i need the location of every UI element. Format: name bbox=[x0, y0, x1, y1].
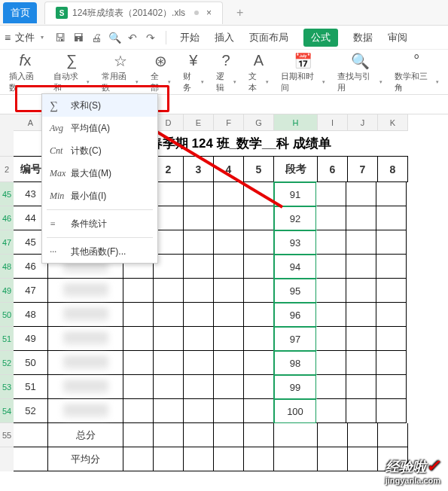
hamburger-icon[interactable]: ≡ bbox=[5, 32, 11, 44]
cell[interactable] bbox=[48, 351, 123, 375]
finance-button[interactable]: ¥ 财务▾ bbox=[177, 51, 209, 93]
row-header[interactable]: 52 bbox=[0, 351, 14, 375]
cell[interactable] bbox=[48, 399, 123, 423]
row-header[interactable]: 54 bbox=[0, 399, 14, 423]
cell[interactable] bbox=[346, 351, 376, 375]
close-icon[interactable]: × bbox=[206, 8, 212, 18]
cell[interactable] bbox=[48, 327, 123, 351]
row-header[interactable]: 2 bbox=[0, 157, 14, 182]
cell[interactable] bbox=[316, 303, 346, 327]
header-cell[interactable]: 7 bbox=[348, 157, 378, 182]
all-functions-button[interactable]: ⊛ 全部▾ bbox=[145, 51, 177, 93]
cell[interactable]: 92 bbox=[273, 206, 317, 231]
cell[interactable] bbox=[123, 279, 154, 303]
cell[interactable] bbox=[154, 230, 184, 255]
cell[interactable] bbox=[376, 279, 407, 303]
cell[interactable] bbox=[154, 182, 184, 206]
menu-other[interactable]: ···其他函数(F)... bbox=[42, 240, 157, 263]
cell[interactable] bbox=[154, 399, 184, 423]
cell[interactable] bbox=[184, 206, 214, 230]
cell[interactable] bbox=[214, 230, 244, 255]
column-header[interactable]: H bbox=[274, 114, 318, 131]
menu-insert[interactable]: 插入 bbox=[215, 31, 234, 44]
cell[interactable] bbox=[154, 327, 184, 351]
cell[interactable] bbox=[154, 255, 184, 279]
column-header[interactable]: K bbox=[378, 114, 408, 131]
cell[interactable] bbox=[346, 279, 376, 303]
common-functions-button[interactable]: ☆ 常用函数▾ bbox=[96, 51, 145, 93]
menu-conditional[interactable]: ≡条件统计 bbox=[42, 212, 157, 235]
cell[interactable] bbox=[316, 327, 346, 351]
cell[interactable] bbox=[154, 206, 184, 230]
cell[interactable] bbox=[376, 351, 407, 375]
cell[interactable] bbox=[123, 327, 154, 351]
cell[interactable] bbox=[244, 255, 274, 279]
header-cell[interactable]: 5 bbox=[244, 157, 274, 182]
cell[interactable] bbox=[346, 399, 376, 423]
cell[interactable] bbox=[244, 351, 274, 375]
menu-review[interactable]: 审阅 bbox=[388, 31, 407, 44]
cell[interactable] bbox=[48, 375, 123, 399]
cell[interactable] bbox=[154, 375, 184, 399]
cell[interactable] bbox=[346, 230, 376, 255]
column-header[interactable]: G bbox=[244, 114, 274, 131]
cell[interactable] bbox=[184, 303, 214, 327]
cell[interactable]: 52 bbox=[14, 399, 48, 423]
header-cell[interactable]: 4 bbox=[214, 157, 244, 182]
cell[interactable] bbox=[184, 279, 214, 303]
tab-file[interactable]: S 124班成绩表（201402）.xls × bbox=[44, 2, 223, 24]
cell[interactable] bbox=[244, 230, 274, 255]
cell[interactable] bbox=[376, 375, 407, 399]
cell[interactable] bbox=[123, 351, 154, 375]
menu-avg[interactable]: Avg平均值(A) bbox=[42, 117, 157, 139]
cell[interactable] bbox=[376, 206, 407, 230]
cell[interactable] bbox=[214, 399, 244, 423]
menu-count[interactable]: Cnt计数(C) bbox=[42, 139, 157, 162]
cell[interactable]: 49 bbox=[14, 327, 48, 351]
cell[interactable] bbox=[316, 375, 346, 399]
cell[interactable]: 94 bbox=[273, 254, 317, 279]
datetime-button[interactable]: 📅 日期和时间▾ bbox=[275, 51, 331, 93]
lookup-button[interactable]: 🔍 查找与引用▾ bbox=[331, 51, 388, 93]
cell[interactable] bbox=[316, 351, 346, 375]
math-button[interactable]: ° 数学和三角▾ bbox=[389, 51, 445, 93]
column-header[interactable]: J bbox=[348, 114, 378, 131]
row-header[interactable]: 50 bbox=[0, 303, 14, 327]
cell[interactable] bbox=[316, 206, 346, 230]
row-header[interactable]: 45 bbox=[0, 182, 14, 206]
cell[interactable] bbox=[346, 206, 376, 230]
row-header[interactable]: 46 bbox=[0, 206, 14, 230]
cell[interactable] bbox=[244, 375, 274, 399]
cell[interactable] bbox=[316, 399, 346, 423]
cell[interactable] bbox=[123, 303, 154, 327]
cell[interactable] bbox=[214, 279, 244, 303]
cell[interactable] bbox=[214, 182, 244, 206]
column-header[interactable]: F bbox=[214, 114, 244, 131]
row-header[interactable]: 48 bbox=[0, 255, 14, 279]
new-tab-button[interactable]: + bbox=[236, 6, 243, 20]
cell[interactable] bbox=[244, 327, 274, 351]
cell[interactable]: 96 bbox=[273, 302, 317, 328]
cell[interactable]: 51 bbox=[14, 375, 48, 399]
cell[interactable] bbox=[184, 255, 214, 279]
column-header[interactable]: D bbox=[154, 114, 184, 131]
cell[interactable] bbox=[123, 375, 154, 399]
menu-data[interactable]: 数据 bbox=[353, 31, 373, 44]
header-cell[interactable]: 2 bbox=[154, 157, 184, 182]
cell[interactable] bbox=[244, 182, 274, 206]
cell[interactable]: 100 bbox=[273, 398, 317, 424]
cell[interactable] bbox=[48, 279, 123, 303]
row-header[interactable]: 49 bbox=[0, 279, 14, 303]
insert-function-button[interactable]: fx 插入函数 bbox=[3, 51, 47, 93]
file-menu[interactable]: 文件 bbox=[15, 31, 35, 44]
tab-home[interactable]: 首页 bbox=[3, 2, 37, 23]
autosum-button[interactable]: ∑ 自动求和▾ bbox=[47, 51, 96, 93]
cell[interactable] bbox=[48, 303, 123, 327]
column-header[interactable]: I bbox=[318, 114, 348, 131]
cell[interactable] bbox=[376, 182, 407, 206]
cell[interactable] bbox=[316, 230, 346, 255]
cell[interactable] bbox=[184, 375, 214, 399]
cell[interactable] bbox=[376, 230, 407, 255]
header-cell[interactable]: 3 bbox=[184, 157, 214, 182]
cell[interactable] bbox=[244, 399, 274, 423]
